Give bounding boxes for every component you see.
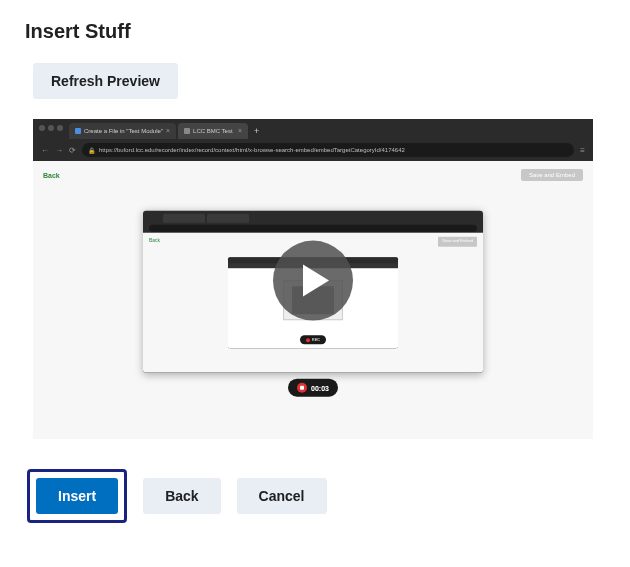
close-icon: × [166,127,170,134]
insert-button[interactable]: Insert [36,478,118,514]
record-button-icon [297,383,307,393]
play-icon [303,265,329,297]
dialog-footer: Insert Back Cancel [27,469,605,523]
browser-tab: Create a File in "Test Module" × [69,123,176,139]
new-tab-icon: + [254,126,259,136]
forward-arrow-icon: → [55,146,63,155]
window-dot [48,125,54,131]
inner-url-field [149,224,477,231]
menu-icon: ≡ [580,146,585,155]
window-dot [39,125,45,131]
browser-tabbar: Create a File in "Test Module" × LCC BMC… [33,119,593,139]
video-preview-panel: Create a File in "Test Module" × LCC BMC… [33,119,593,439]
close-icon: × [238,127,242,134]
save-embed-button: Save and Embed [521,169,583,181]
favicon-icon [75,128,81,134]
inner-back-link: Back [149,237,160,247]
record-timer: 00:03 [311,384,329,391]
dialog-title: Insert Stuff [25,20,605,43]
tab-label: Create a File in "Test Module" [84,128,163,134]
outer-browser-chrome: Create a File in "Test Module" × LCC BMC… [33,119,593,161]
tab-label: LCC BMC Test [193,128,233,134]
record-timer-pill: 00:03 [288,379,338,397]
inner-address-bar [143,223,483,233]
reload-icon: ⟳ [69,146,76,155]
focused-button-ring: Insert [27,469,127,523]
inner-save-embed: Save and Embed [438,237,477,247]
url-field: 🔒 https://buford.lcc.edu/recorder/index/… [82,143,574,157]
back-link: Back [43,172,60,179]
back-button[interactable]: Back [143,478,220,514]
browser-tab: LCC BMC Test × [178,123,248,139]
refresh-preview-button[interactable]: Refresh Preview [33,63,178,99]
cancel-button[interactable]: Cancel [237,478,327,514]
window-controls [39,125,63,131]
inner-tab [207,213,249,222]
record-label: REC [312,337,320,342]
outer-page-top: Back Save and Embed [43,167,583,183]
lock-icon: 🔒 [88,147,95,154]
browser-address-bar: ← → ⟳ 🔒 https://buford.lcc.edu/recorder/… [33,139,593,161]
window-dot [57,125,63,131]
inner-tab [163,213,205,222]
deep-record-pill: REC [300,335,326,344]
back-arrow-icon: ← [41,146,49,155]
url-text: https://buford.lcc.edu/recorder/index/re… [99,147,405,153]
favicon-icon [184,128,190,134]
play-button[interactable] [273,241,353,321]
inner-tabbar [143,211,483,223]
record-dot-icon [306,338,310,342]
